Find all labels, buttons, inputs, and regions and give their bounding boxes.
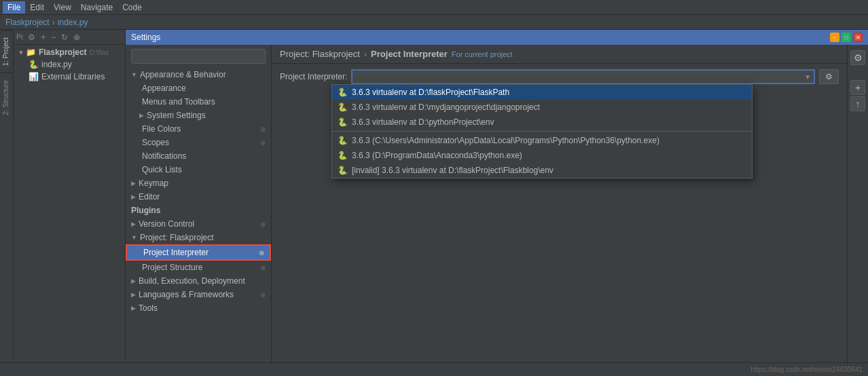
vertical-tabs-panel: 1: Project 2: Structure [0,30,14,362]
code-menu[interactable]: Code [117,1,147,14]
file-breadcrumb[interactable]: index.py [58,18,88,27]
project-breadcrumb[interactable]: Flaskproject [5,18,50,27]
nav-item-editor[interactable]: ▶ Editor [126,190,271,204]
nav-appearance-behavior-label: Appearance & Behavior [140,70,226,79]
refresh-icon-btn[interactable]: ↻ [59,32,70,43]
nav-item-appearance[interactable]: Appearance [126,81,271,95]
tree-extlibs-label: External Libraries [41,72,105,81]
nav-item-build[interactable]: ▶ Build, Execution, Deployment [126,274,271,288]
settings-title: Settings [131,33,160,42]
navigate-menu[interactable]: Navigate [76,1,117,14]
nav-item-tools[interactable]: ▶ Tools [126,301,271,315]
dropdown-item-1[interactable]: 🐍 3.6.3 virtualenv at D:\mydjangoproject… [332,100,752,115]
lib-icon: 📊 [29,72,39,81]
expand-arrow-icon: ▼ [131,71,137,78]
dropdown-item-5[interactable]: 🐍 [invalid] 3.6.3 virtualenv at D:\flask… [332,163,752,178]
action-button-2[interactable]: + [850,80,865,95]
nav-item-system-settings[interactable]: ▶ System Settings [126,109,271,122]
breadcrumb-separator: › [364,49,367,59]
tree-item-index[interactable]: 🐍 index.py [14,58,125,71]
interpreter-dropdown: 🐍 3.6.3 virtualenv at D:\flaskProject\Fl… [331,84,753,178]
collapse-arrow-icon: ▶ [139,112,144,119]
for-current-project-link[interactable]: For current project [452,50,513,58]
content-page-label: Project Interpreter [371,49,448,59]
py-virtualenv-icon-1: 🐍 [338,102,348,112]
project-tree-panel: Pr. ⚙ + − ↻ ⊕ ▼ 📁 Flaskproject D:\flas 🐍… [14,30,126,362]
copy-icon: ⊕ [260,126,266,133]
py-system-icon-4: 🐍 [338,151,348,160]
content-project-label: Project: Flaskproject [280,49,360,59]
nav-group-appearance: ▼ Appearance & Behavior Appearance Menus… [126,68,271,176]
nav-item-quick-lists[interactable]: Quick Lists [126,163,271,176]
edit-menu[interactable]: Edit [25,1,49,14]
py-virtualenv-icon-0: 🐍 [338,88,348,97]
project-tree: ▼ 📁 Flaskproject D:\flas 🐍 index.py 📊 Ex… [14,45,125,362]
nav-item-plugins[interactable]: Plugins [126,204,271,217]
nav-group-project-header[interactable]: ▼ Project: Flaskproject [126,231,271,244]
action-button-1[interactable]: ⚙ [850,50,865,65]
plus-icon-btn[interactable]: + [39,32,48,43]
interpreter-row: Project Interpreter: ▼ ⚙ [280,69,839,84]
interpreter-gear-button[interactable]: ⚙ [819,69,839,84]
dropdown-option-2-label: 3.6.3 virtualenv at D:\pythonProject\env [352,117,494,127]
minimize-button[interactable]: − [830,33,839,42]
settings-content: Project: Flaskproject › Project Interpre… [272,45,847,362]
minus-icon-btn[interactable]: − [49,32,58,43]
py-invalid-icon-5: 🐍 [338,166,348,175]
scope-icon: Pr. [16,33,24,41]
close-button[interactable]: ✕ [853,33,863,42]
folder-icon: 📁 [26,48,36,57]
dropdown-option-3-label: 3.6.3 (C:\Users\Administrator\AppData\Lo… [352,136,659,145]
window-controls: − □ ✕ [830,33,863,42]
content-header: Project: Flaskproject › Project Interpre… [272,45,847,64]
dropdown-option-5-label: [invalid] 3.6.3 virtualenv at D:\flaskPr… [352,166,554,175]
dropdown-item-3[interactable]: 🐍 3.6.3 (C:\Users\Administrator\AppData\… [332,133,752,148]
copy-icon-ps: ⊕ [260,264,266,271]
nav-item-notifications[interactable]: Notifications [126,149,271,163]
status-bar: https://blog.csdn.net/weixin24630641 [0,362,868,376]
nav-item-menus-toolbars[interactable]: Menus and Toolbars [126,95,271,109]
nav-group-project: ▼ Project: Flaskproject Project Interpre… [126,231,271,274]
dropdown-item-0[interactable]: 🐍 3.6.3 virtualenv at D:\flaskProject\Fl… [332,85,752,100]
nav-item-keymap[interactable]: ▶ Keymap [126,176,271,190]
tree-flaskproject-label: Flaskproject [39,48,87,57]
nav-item-scopes[interactable]: Scopes ⊕ [126,136,271,149]
maximize-button[interactable]: □ [842,33,851,42]
action-button-3[interactable]: ↑ [850,96,865,111]
settings-titlebar: Settings − □ ✕ [126,30,868,45]
structure-tab[interactable]: 2: Structure [0,73,13,122]
file-icon: 🐍 [29,60,39,69]
view-menu[interactable]: View [49,1,76,14]
settings-search-input[interactable] [131,49,266,64]
tree-item-flaskproject[interactable]: ▼ 📁 Flaskproject D:\flas [14,46,125,58]
copy-icon-scopes: ⊕ [260,139,266,147]
project-tab[interactable]: 1: Project [0,30,13,73]
dropdown-divider [332,131,752,132]
dropdown-arrow-icon: ▼ [804,73,811,81]
settings-dialog: Settings − □ ✕ ▼ Appearance & Behavi [126,30,868,362]
nav-item-languages[interactable]: ▶ Languages & Frameworks ⊕ [126,288,271,301]
copy-icon-pi: ⊕ [259,249,264,257]
copy-icon-lang: ⊕ [260,291,266,299]
nav-item-file-colors[interactable]: File Colors ⊕ [126,122,271,136]
nav-item-project-interpreter[interactable]: Project Interpreter ⊕ [126,244,271,261]
content-body: Project Interpreter: ▼ ⚙ [272,64,847,362]
dropdown-item-4[interactable]: 🐍 3.6.3 (D:\ProgramData\Anaconda3\python… [332,148,752,163]
nav-item-version-control[interactable]: ▶ Version Control ⊕ [126,217,271,231]
status-url: https://blog.csdn.net/weixin24630641 [751,366,863,373]
tree-item-ext-libs[interactable]: 📊 External Libraries [14,71,125,83]
file-menu[interactable]: File [3,1,25,14]
settings-icon-btn[interactable]: ⚙ [26,32,37,43]
scroll-icon-btn[interactable]: ⊕ [71,32,82,43]
py-virtualenv-icon-2: 🐍 [338,117,348,127]
dropdown-option-4-label: 3.6.3 (D:\ProgramData\Anaconda3\python.e… [352,151,522,160]
project-toolbar: Pr. ⚙ + − ↻ ⊕ [14,30,125,45]
interpreter-select[interactable] [351,69,815,84]
side-buttons-panel: ⚙ + ↑ [847,45,868,362]
dropdown-option-1-label: 3.6.3 virtualenv at D:\mydjangoproject\d… [352,102,540,112]
dropdown-item-2[interactable]: 🐍 3.6.3 virtualenv at D:\pythonProject\e… [332,115,752,130]
nav-group-appearance-header[interactable]: ▼ Appearance & Behavior [126,68,271,81]
tree-index-label: index.py [41,60,72,69]
settings-nav: ▼ Appearance & Behavior Appearance Menus… [126,45,272,362]
nav-item-project-structure[interactable]: Project Structure ⊕ [126,261,271,274]
